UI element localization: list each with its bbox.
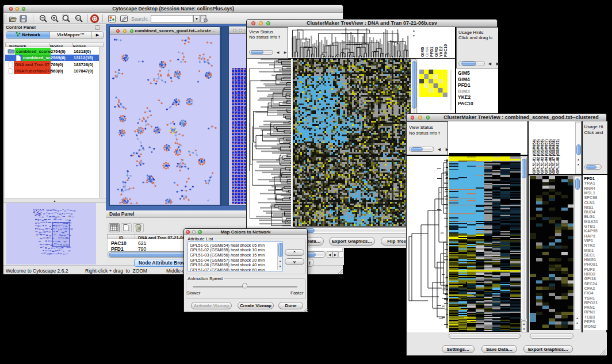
svg-text:1:1: 1:1 (76, 17, 81, 20)
